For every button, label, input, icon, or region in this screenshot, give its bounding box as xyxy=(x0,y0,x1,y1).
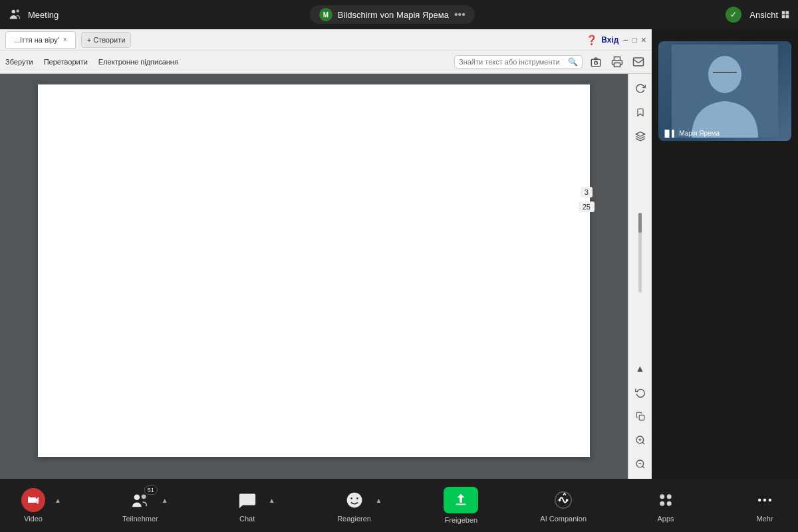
ai-companion-button[interactable]: AI Companion xyxy=(540,488,587,523)
copy-icon[interactable] xyxy=(631,407,650,426)
chat-button[interactable]: Chat xyxy=(227,488,267,523)
video-label-text: Video xyxy=(24,515,43,523)
scrollbar-area xyxy=(638,151,642,354)
react-icon xyxy=(342,488,366,512)
react-label: Reagieren xyxy=(337,515,371,523)
search-input[interactable] xyxy=(459,58,565,66)
help-icon[interactable]: ❓ xyxy=(586,35,597,45)
close-icon[interactable]: × xyxy=(641,35,646,45)
apps-icon xyxy=(654,488,678,512)
svg-point-0 xyxy=(12,10,16,14)
video-placeholder xyxy=(658,41,791,141)
pdf-tab[interactable]: ...іття на віру' × xyxy=(5,31,76,49)
screen-share-badge: M Bildschirm von Марія Ярема ••• xyxy=(310,5,475,24)
svg-line-13 xyxy=(642,442,644,444)
ai-companion-svg xyxy=(553,490,573,510)
pdf-page-area: Покликання до чистоти Цнотливість – стри… xyxy=(0,74,628,479)
print-icon[interactable] xyxy=(609,54,625,70)
search-icon: 🔍 xyxy=(568,57,578,66)
top-bar-right: ✓ Ansicht xyxy=(726,7,790,23)
ai-companion-label: AI Companion xyxy=(540,515,587,523)
save-button[interactable]: Зберути xyxy=(5,58,33,66)
total-pages: 25 xyxy=(579,201,595,212)
share-icon xyxy=(444,487,478,513)
video-button[interactable]: Video xyxy=(13,488,53,523)
new-tab-button[interactable]: + Створити xyxy=(81,32,132,48)
esign-button[interactable]: Електронне підписання xyxy=(98,58,178,66)
react-control: Reagieren ▲ xyxy=(334,488,382,523)
zoom-out-icon[interactable] xyxy=(631,455,650,473)
participants-svg xyxy=(131,492,150,508)
chat-control: Chat ▲ xyxy=(227,488,275,523)
svg-rect-2 xyxy=(782,11,785,15)
email-icon[interactable] xyxy=(630,54,646,70)
top-bar: Meeting M Bildschirm von Марія Ярема •••… xyxy=(0,0,798,29)
participants-count: 51 xyxy=(144,485,158,495)
react-svg xyxy=(345,491,364,509)
svg-rect-8 xyxy=(614,63,620,67)
pdf-tools-bar: Зберути Перетворити Електронне підписанн… xyxy=(0,51,652,73)
svg-point-38 xyxy=(763,499,766,501)
search-box[interactable]: 🔍 xyxy=(454,55,583,68)
right-panel: ▐▌▌ Марія Ярема xyxy=(652,29,798,479)
convert-button[interactable]: Перетворити xyxy=(44,58,88,66)
ansicht-label: Ansicht xyxy=(749,10,778,20)
page-numbers: 3 25 xyxy=(579,187,595,212)
svg-point-37 xyxy=(758,499,761,501)
bottom-toolbar: Video ▲ 51 Teilnehmer ▲ xyxy=(0,479,798,532)
svg-point-33 xyxy=(660,494,664,499)
share-button[interactable]: Freigeben xyxy=(441,487,481,524)
minimize-icon[interactable]: − xyxy=(622,35,628,45)
video-arrow-icon[interactable]: ▲ xyxy=(55,497,61,504)
up-arrow-icon[interactable]: ▲ xyxy=(631,359,650,378)
screen-share-text: Bildschirm von Марія Ярема xyxy=(338,10,449,20)
rotate-icon[interactable] xyxy=(631,79,650,98)
people-icon xyxy=(8,7,23,22)
apps-button[interactable]: Apps xyxy=(646,488,686,523)
video-icon xyxy=(21,488,45,512)
pdf-right-sidebar: ▲ xyxy=(628,74,652,479)
chat-label: Chat xyxy=(239,515,255,523)
tab-close-icon[interactable]: × xyxy=(63,36,67,43)
share-label: Freigeben xyxy=(445,516,478,524)
svg-point-20 xyxy=(708,56,741,93)
pdf-toolbar: ...іття на віру' × + Створити ❓ Вхід − □… xyxy=(0,29,652,74)
svg-rect-3 xyxy=(786,11,789,15)
apps-svg xyxy=(656,491,675,509)
react-button[interactable]: Reagieren xyxy=(334,488,374,523)
scrollbar-thumb[interactable] xyxy=(638,213,642,233)
person-silhouette xyxy=(672,45,778,138)
user-initial: M xyxy=(319,8,332,21)
camera-icon[interactable] xyxy=(588,54,604,70)
restore-icon[interactable]: □ xyxy=(632,35,637,45)
svg-rect-5 xyxy=(786,15,789,19)
login-label[interactable]: Вхід xyxy=(601,35,618,45)
svg-marker-10 xyxy=(636,132,644,136)
bookmark-icon[interactable] xyxy=(631,103,650,122)
scrollbar-track[interactable] xyxy=(638,213,642,293)
svg-rect-11 xyxy=(639,415,644,420)
react-arrow-icon[interactable]: ▲ xyxy=(376,497,382,504)
top-bar-left: Meeting xyxy=(8,7,59,22)
ai-companion-icon xyxy=(551,488,575,512)
more-button[interactable]: Mehr xyxy=(745,488,785,523)
more-icon xyxy=(753,488,777,512)
pdf-tools-right: 🔍 xyxy=(454,54,646,70)
participants-arrow-icon[interactable]: ▲ xyxy=(162,497,168,504)
more-options-icon[interactable]: ••• xyxy=(454,9,466,21)
chat-arrow-icon[interactable]: ▲ xyxy=(269,497,275,504)
meeting-title: Meeting xyxy=(28,10,59,20)
svg-rect-9 xyxy=(634,58,644,66)
participants-button[interactable]: 51 Teilnehmer xyxy=(120,488,160,523)
layers-icon[interactable] xyxy=(631,127,650,146)
svg-point-28 xyxy=(356,497,358,499)
refresh-icon[interactable] xyxy=(631,383,650,402)
participants-control: 51 Teilnehmer ▲ xyxy=(120,488,168,523)
tab-label: ...іття на віру' xyxy=(14,36,59,44)
svg-point-26 xyxy=(346,493,362,508)
svg-rect-6 xyxy=(591,59,600,66)
ansicht-button[interactable]: Ansicht xyxy=(749,10,790,20)
video-container: ▐▌▌ Марія Ярема xyxy=(658,41,791,141)
zoom-in-icon[interactable] xyxy=(631,431,650,450)
pdf-page: Покликання до чистоти Цнотливість – стри… xyxy=(38,84,590,457)
